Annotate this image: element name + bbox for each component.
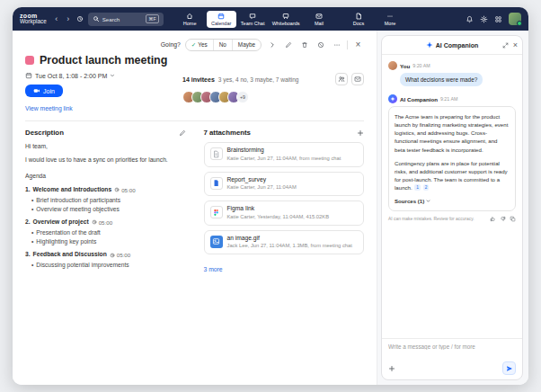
attachment-item[interactable]: Report_survey Katie Carter, Jun 27, 11:0… bbox=[204, 172, 365, 197]
nav-item-calendar[interactable]: Calendar bbox=[207, 11, 236, 28]
ai-panel-title: AI Companion bbox=[436, 42, 478, 49]
invitees-count[interactable]: 14 invitees bbox=[182, 76, 215, 83]
add-attachment-plus-icon[interactable] bbox=[388, 365, 395, 372]
invitee-avatar-stack[interactable]: +9 bbox=[182, 91, 364, 103]
notifications-bell-icon[interactable] bbox=[466, 15, 474, 23]
sparkle-icon bbox=[390, 96, 395, 102]
settings-icon[interactable] bbox=[480, 15, 488, 23]
event-title-row: Product launch meeting bbox=[25, 54, 364, 67]
attachment-item[interactable]: Figma link Katie Carter, Yesterday, 11:0… bbox=[204, 200, 365, 226]
view-meeting-link[interactable]: View meeting link bbox=[25, 105, 182, 111]
edit-description-icon[interactable] bbox=[179, 129, 186, 137]
user-message-header: You 9:20 AM bbox=[388, 61, 516, 70]
attachment-item[interactable]: Brainstorming Katie Carter, Jun 27, 11:0… bbox=[204, 142, 365, 167]
top-navigation: Home Calendar Team Chat Whiteboards Mail bbox=[175, 11, 405, 28]
nav-item-home[interactable]: Home bbox=[175, 11, 205, 28]
nav-label: Team Chat bbox=[241, 21, 265, 26]
thumbs-down-icon[interactable] bbox=[500, 216, 506, 222]
user-message-bubble: What decisions were made? bbox=[400, 73, 483, 86]
check-icon: ✓ bbox=[191, 41, 196, 49]
agenda-item-number: 3. bbox=[25, 250, 31, 259]
figma-icon bbox=[210, 206, 223, 218]
attachment-name: an image.gif bbox=[227, 235, 352, 243]
description-section: Description Hi team, I would love us to … bbox=[25, 129, 186, 378]
sources-toggle[interactable]: Sources (1) bbox=[395, 197, 510, 205]
citation-chip[interactable]: 1 bbox=[414, 184, 421, 191]
topbar-right-actions bbox=[466, 13, 521, 25]
close-panel-icon[interactable]: × bbox=[513, 41, 518, 49]
citation-chip[interactable]: 2 bbox=[423, 184, 430, 191]
agenda-bullet: Presentation of the draft bbox=[31, 228, 186, 237]
nav-item-whiteboards[interactable]: Whiteboards bbox=[270, 11, 303, 28]
ai-response-text: Contingency plans are in place for poten… bbox=[395, 160, 508, 191]
report-document-icon bbox=[210, 177, 223, 190]
agenda-duration: 05:00 bbox=[110, 251, 130, 260]
apps-grid-icon[interactable] bbox=[494, 15, 502, 23]
user-name: You bbox=[400, 63, 410, 69]
send-message-button[interactable] bbox=[502, 361, 516, 375]
ai-response-footer: AI can make mistakes. Review for accurac… bbox=[388, 216, 516, 222]
event-title: Product launch meeting bbox=[40, 54, 167, 67]
rsvp-yes-button[interactable]: ✓ Yes bbox=[186, 40, 213, 50]
email-invitees-icon[interactable] bbox=[351, 73, 364, 85]
rsvp-maybe-button[interactable]: Maybe bbox=[232, 40, 261, 50]
attachment-meta: Katie Carter, Yesterday, 11:04AM, 415.02… bbox=[227, 214, 330, 221]
nav-item-docs[interactable]: Docs bbox=[344, 11, 374, 28]
zoom-workplace-logo[interactable]: zoom Workplace bbox=[20, 13, 47, 26]
thumbs-up-icon[interactable] bbox=[490, 216, 496, 222]
copy-response-icon[interactable] bbox=[510, 216, 516, 222]
ai-sparkle-icon bbox=[426, 41, 433, 49]
more-attachments-link[interactable]: 3 more bbox=[204, 266, 223, 272]
nav-item-mail[interactable]: Mail bbox=[305, 11, 334, 28]
join-button-label: Join bbox=[43, 88, 55, 94]
rsvp-no-button[interactable]: No bbox=[213, 40, 232, 50]
forward-icon[interactable]: › bbox=[65, 15, 72, 23]
attachment-info: Brainstorming Katie Carter, Jun 27, 11:0… bbox=[227, 147, 341, 163]
nav-item-team-chat[interactable]: Team Chat bbox=[238, 11, 268, 28]
attachment-meta: Katie Carter, Jun 27, 11:04AM bbox=[227, 184, 297, 192]
participants-icon[interactable] bbox=[335, 73, 348, 85]
attachment-info: Figma link Katie Carter, Yesterday, 11:0… bbox=[227, 205, 330, 221]
avatar-overflow-badge[interactable]: +9 bbox=[236, 91, 249, 103]
more-options-icon[interactable] bbox=[331, 39, 342, 50]
agenda-label: Agenda bbox=[25, 172, 186, 181]
add-attachment-icon[interactable] bbox=[357, 129, 364, 137]
rsvp-segmented-control: ✓ Yes No Maybe bbox=[185, 39, 262, 51]
document-icon bbox=[210, 147, 223, 160]
attachment-item[interactable]: an image.gif Jack Lee, Jun 27, 11:04AM, … bbox=[204, 230, 365, 255]
chevron-down-icon bbox=[426, 199, 430, 203]
expand-panel-icon[interactable] bbox=[502, 42, 509, 49]
delete-event-icon[interactable] bbox=[298, 39, 310, 50]
back-icon[interactable]: ‹ bbox=[53, 15, 60, 23]
ai-message-input[interactable] bbox=[388, 343, 516, 350]
agenda-duration: 05:00 bbox=[92, 218, 112, 227]
agenda-bullets: Discussing potential improvements bbox=[31, 261, 186, 270]
rsvp-expand-chevron-icon[interactable] bbox=[266, 39, 278, 50]
clock-icon bbox=[114, 187, 120, 192]
profile-avatar[interactable] bbox=[509, 13, 521, 25]
nav-label: Docs bbox=[353, 21, 365, 26]
rsvp-no-label: No bbox=[219, 41, 226, 48]
history-icon[interactable] bbox=[76, 15, 84, 22]
ai-response-paragraph: The Acme team is preparing for the produ… bbox=[395, 112, 510, 154]
calendar-small-icon bbox=[25, 72, 32, 79]
join-meeting-button[interactable]: Join bbox=[25, 85, 63, 97]
ai-header-actions: × bbox=[502, 36, 518, 54]
attachment-info: Report_survey Katie Carter, Jun 27, 11:0… bbox=[227, 176, 297, 192]
event-datetime: Tue Oct 8, 1:08 - 2:00 PM bbox=[35, 73, 107, 79]
agenda-item: 2. Overview of project 05:00 Presentatio… bbox=[25, 218, 186, 246]
agenda-item-title: Welcome and Introductions bbox=[33, 185, 112, 194]
close-event-icon[interactable]: × bbox=[352, 39, 364, 50]
attachment-meta: Jack Lee, Jun 27, 11:04AM, 1.3MB, from m… bbox=[227, 243, 352, 250]
invitees-breakdown: 3 yes, 4 no, 3 maybe, 7 waiting bbox=[218, 76, 299, 83]
search-input[interactable]: Search ⌘F bbox=[88, 13, 164, 26]
edit-event-icon[interactable] bbox=[282, 39, 294, 50]
busy-status-icon[interactable] bbox=[315, 39, 326, 50]
event-header: Tue Oct 8, 1:08 - 2:00 PM Join View meet… bbox=[25, 72, 364, 111]
docs-icon bbox=[355, 13, 362, 20]
mail-icon bbox=[315, 13, 323, 20]
sources-label: Sources (1) bbox=[395, 197, 424, 205]
clock-icon bbox=[92, 219, 97, 225]
nav-item-more[interactable]: More bbox=[376, 11, 405, 28]
event-datetime-row[interactable]: Tue Oct 8, 1:08 - 2:00 PM bbox=[25, 72, 182, 79]
